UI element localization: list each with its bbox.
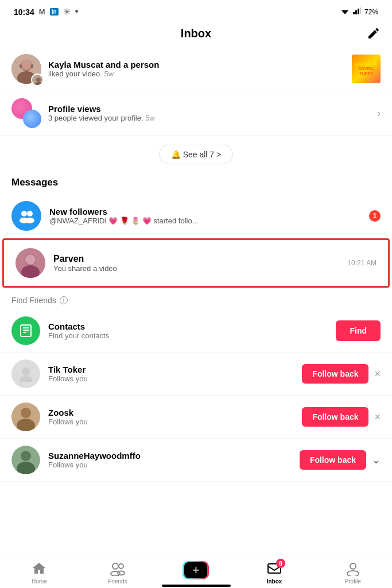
contacts-icon bbox=[11, 316, 40, 345]
svg-point-33 bbox=[21, 451, 31, 461]
inbox-badge: 8 bbox=[276, 559, 285, 568]
new-followers-desc: @NWAZ_AFRiDi 💗 🌹 🌷 💗 started follo... bbox=[49, 216, 361, 225]
svg-point-40 bbox=[350, 563, 356, 569]
kayla-sub-avatar bbox=[31, 74, 44, 86]
tik-toker-name: Tik Toker bbox=[48, 365, 294, 374]
svg-point-38 bbox=[118, 571, 125, 575]
tik-toker-dismiss-button[interactable]: × bbox=[374, 368, 381, 380]
suzanne-name: SuzanneHaywoodmffo bbox=[48, 451, 292, 461]
parven-time: 10:21 AM bbox=[347, 259, 377, 267]
suzanne-dismiss-button[interactable]: ⌄ bbox=[372, 454, 381, 466]
tik-toker-text: Tik Toker Follows you bbox=[48, 365, 294, 383]
kayla-notification[interactable]: Kayla Muscat and a person liked your vid… bbox=[0, 47, 392, 91]
video-thumbnail: AWESOME ADVEN- TURES bbox=[352, 55, 381, 83]
status-icons: 72% bbox=[340, 7, 378, 16]
suzanne-desc: Follows you bbox=[48, 461, 292, 469]
battery-icon: 72% bbox=[364, 8, 378, 16]
suzanne-follow-item: SuzanneHaywoodmffo Follows you Follow ba… bbox=[0, 439, 392, 482]
svg-point-13 bbox=[36, 78, 41, 82]
suzanne-actions: Follow back ⌄ bbox=[300, 450, 381, 470]
profile-icon bbox=[346, 561, 360, 576]
followers-icon bbox=[11, 201, 41, 231]
see-all-container: 🔔 See all 7 > bbox=[0, 136, 392, 173]
friends-label: Friends bbox=[108, 578, 127, 585]
followers-badge: 1 bbox=[369, 210, 381, 222]
find-contacts-button[interactable]: Find bbox=[336, 320, 381, 341]
nav-item-home[interactable]: Home bbox=[0, 561, 79, 585]
plus-icon: + bbox=[192, 564, 200, 577]
nav-item-friends[interactable]: Friends bbox=[79, 561, 157, 585]
svg-rect-4 bbox=[358, 9, 359, 14]
svg-point-17 bbox=[27, 211, 33, 216]
linkedin-icon: in bbox=[50, 8, 59, 16]
inbox-label: Inbox bbox=[267, 578, 282, 585]
profile-views-name: Profile views bbox=[48, 104, 370, 114]
zoosk-name: Zoosk bbox=[48, 408, 294, 417]
page-title: Inbox bbox=[181, 27, 211, 40]
svg-point-15 bbox=[21, 211, 27, 216]
new-followers-name: New followers bbox=[49, 207, 361, 216]
nav-item-plus[interactable]: + bbox=[157, 561, 235, 579]
parven-text: Parven You shared a video bbox=[53, 254, 339, 273]
svg-rect-11 bbox=[31, 64, 33, 68]
parven-avatar bbox=[15, 248, 45, 278]
svg-point-18 bbox=[25, 218, 34, 223]
parven-name: Parven bbox=[53, 254, 339, 264]
dot-icon: • bbox=[75, 6, 79, 18]
nav-item-profile[interactable]: Profile bbox=[313, 561, 392, 585]
bottom-nav: Home Friends + 8 Inbox bbox=[0, 555, 392, 588]
svg-point-30 bbox=[21, 408, 31, 418]
suzanne-avatar bbox=[11, 446, 40, 474]
kayla-desc: liked your video. 5w bbox=[48, 69, 345, 78]
parven-message-item[interactable]: Parven You shared a video 10:21 AM bbox=[2, 238, 390, 288]
wifi-icon bbox=[340, 7, 350, 16]
gmail-icon: M bbox=[39, 7, 45, 16]
home-icon bbox=[32, 561, 46, 576]
status-left: 10:34 M in ✳ • bbox=[14, 6, 79, 18]
profile-views-avatar bbox=[11, 98, 41, 128]
profile-views-text: Profile views 3 people viewed your profi… bbox=[48, 104, 370, 122]
inbox-icon-container: 8 bbox=[267, 561, 282, 576]
see-all-button[interactable]: 🔔 See all 7 > bbox=[159, 145, 233, 164]
contacts-item: Contacts Find your contacts Find bbox=[0, 310, 392, 353]
svg-rect-3 bbox=[355, 10, 357, 14]
status-time: 10:34 bbox=[14, 7, 34, 17]
edit-button[interactable] bbox=[367, 26, 381, 42]
zoosk-actions: Follow back × bbox=[302, 407, 381, 427]
tik-toker-follow-back-button[interactable]: Follow back bbox=[302, 364, 368, 384]
svg-point-41 bbox=[347, 571, 359, 576]
svg-point-28 bbox=[20, 376, 32, 382]
find-friends-label: Find Friends bbox=[11, 296, 56, 305]
tik-toker-actions: Follow back × bbox=[302, 364, 381, 384]
home-indicator bbox=[162, 585, 231, 587]
new-followers-item[interactable]: New followers @NWAZ_AFRiDi 💗 🌹 🌷 💗 start… bbox=[0, 194, 392, 238]
asterisk-icon: ✳ bbox=[63, 6, 71, 17]
profile-label: Profile bbox=[344, 578, 360, 585]
zoosk-follow-back-button[interactable]: Follow back bbox=[302, 407, 368, 427]
create-button[interactable]: + bbox=[183, 561, 209, 579]
svg-rect-2 bbox=[353, 12, 355, 14]
svg-rect-5 bbox=[360, 7, 361, 14]
zoosk-dismiss-button[interactable]: × bbox=[374, 411, 381, 423]
messages-section-label: Messages bbox=[0, 173, 392, 194]
zoosk-avatar bbox=[11, 403, 40, 431]
info-icon[interactable]: i bbox=[60, 296, 68, 304]
svg-point-22 bbox=[25, 254, 36, 265]
suzanne-text: SuzanneHaywoodmffo Follows you bbox=[48, 451, 292, 469]
signal-icon bbox=[353, 7, 361, 16]
svg-rect-10 bbox=[20, 64, 22, 68]
profile-views-notification[interactable]: Profile views 3 people viewed your profi… bbox=[0, 91, 392, 136]
parven-desc: You shared a video bbox=[53, 264, 339, 273]
svg-point-27 bbox=[22, 368, 30, 376]
zoosk-desc: Follows you bbox=[48, 417, 294, 426]
header: Inbox bbox=[0, 21, 392, 47]
profile-views-desc: 3 people viewed your profile. 5w bbox=[48, 114, 370, 122]
status-bar: 10:34 M in ✳ • 72% bbox=[0, 0, 392, 21]
zoosk-text: Zoosk Follows you bbox=[48, 408, 294, 426]
svg-point-37 bbox=[119, 564, 123, 568]
suzanne-follow-back-button[interactable]: Follow back bbox=[300, 450, 366, 470]
find-friends-header: Find Friends i bbox=[0, 288, 392, 310]
kayla-avatar-container bbox=[11, 54, 41, 84]
nav-item-inbox[interactable]: 8 Inbox bbox=[235, 561, 314, 585]
tik-toker-follow-item: Tik Toker Follows you Follow back × bbox=[0, 353, 392, 396]
